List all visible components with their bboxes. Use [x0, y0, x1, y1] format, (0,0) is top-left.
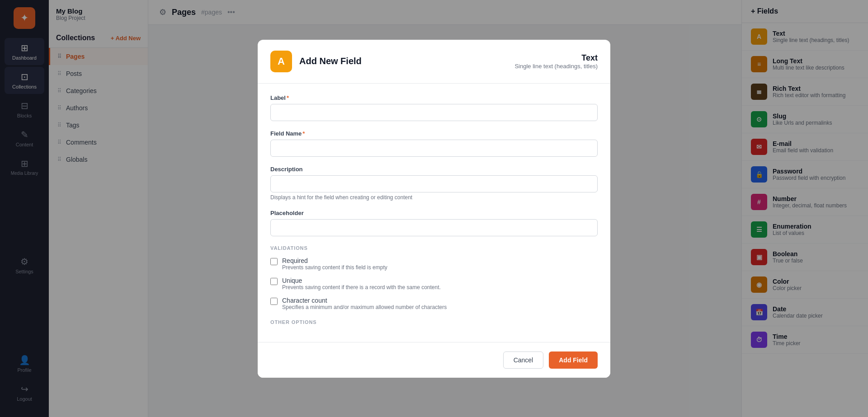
description-label: Description — [270, 166, 598, 173]
modal-type-desc: Single line text (headings, titles) — [514, 63, 598, 70]
modal-field-icon: A — [270, 51, 292, 72]
description-group: Description Displays a hint for the fiel… — [270, 166, 598, 201]
validations-list: Required Prevents saving content if this… — [270, 257, 598, 310]
description-hint: Displays a hint for the field when creat… — [270, 194, 598, 201]
validation-label-required: Required — [282, 257, 387, 264]
field-name-input[interactable] — [270, 140, 598, 157]
label-field-label: Label* — [270, 94, 598, 101]
modal-footer: Cancel Add Field — [258, 342, 610, 378]
description-input[interactable] — [270, 175, 598, 192]
modal-header: A Add New Field Text Single line text (h… — [258, 40, 610, 84]
checkbox-unique[interactable] — [270, 278, 278, 285]
validations-section: VALIDATIONS Required Prevents saving con… — [270, 245, 598, 310]
other-options-section: OTHER OPTIONS — [270, 319, 598, 325]
validations-title: VALIDATIONS — [270, 245, 598, 251]
validation-desc-required: Prevents saving content if this field is… — [282, 264, 387, 271]
field-name-label: Field Name* — [270, 130, 598, 137]
other-options-title: OTHER OPTIONS — [270, 319, 598, 325]
label-input[interactable] — [270, 104, 598, 121]
validation-unique: Unique Prevents saving content if there … — [270, 277, 598, 290]
modal-header-right: Text Single line text (headings, titles) — [514, 53, 598, 70]
modal-type-name: Text — [514, 53, 598, 63]
checkbox-required[interactable] — [270, 258, 278, 265]
modal-title: Add New Field — [299, 56, 362, 66]
field-name-required: * — [302, 130, 305, 137]
label-required: * — [287, 94, 289, 101]
validation-label-character_count: Character count — [282, 297, 447, 304]
cancel-button[interactable]: Cancel — [503, 351, 544, 369]
validation-required: Required Prevents saving content if this… — [270, 257, 598, 271]
validation-info-character_count: Character count Specifies a minimum and/… — [282, 297, 447, 310]
placeholder-group: Placeholder — [270, 210, 598, 236]
validation-character_count: Character count Specifies a minimum and/… — [270, 297, 598, 310]
validation-desc-character_count: Specifies a minimum and/or maximum allow… — [282, 304, 447, 310]
add-field-modal: A Add New Field Text Single line text (h… — [258, 40, 610, 378]
modal-overlay[interactable]: A Add New Field Text Single line text (h… — [0, 0, 868, 417]
validation-desc-unique: Prevents saving content if there is a re… — [282, 284, 441, 290]
placeholder-label: Placeholder — [270, 210, 598, 216]
validation-info-unique: Unique Prevents saving content if there … — [282, 277, 441, 290]
checkbox-character_count[interactable] — [270, 298, 278, 305]
validation-label-unique: Unique — [282, 277, 441, 284]
label-field-group: Label* — [270, 94, 598, 121]
modal-header-left: A Add New Field — [270, 51, 362, 72]
placeholder-input[interactable] — [270, 219, 598, 236]
validation-info-required: Required Prevents saving content if this… — [282, 257, 387, 271]
field-name-group: Field Name* — [270, 130, 598, 157]
modal-body: Label* Field Name* Description Displays … — [258, 84, 610, 342]
add-field-button[interactable]: Add Field — [549, 351, 598, 369]
modal-icon-letter: A — [278, 56, 285, 67]
